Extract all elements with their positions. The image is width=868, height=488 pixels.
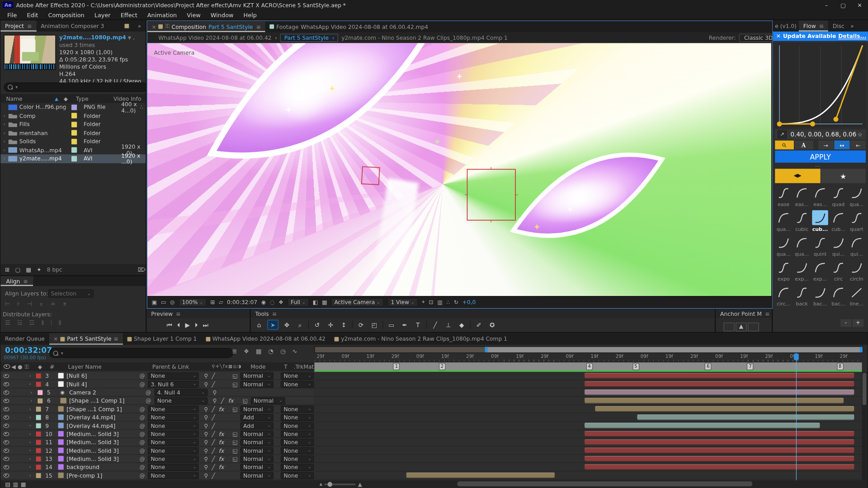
tab-animation-composer[interactable]: Animation Composer 3 <box>36 20 108 31</box>
fx-switch-icon[interactable]: fx <box>217 439 226 445</box>
preset-bac[interactable]: bac... <box>830 285 847 307</box>
layer-name[interactable]: [Medium... Solid 3] <box>66 447 139 453</box>
layer-name[interactable]: [Shape ...1 Comp 1] <box>66 406 139 412</box>
parent-select[interactable]: None⌄ <box>148 464 199 471</box>
comp-marker-4[interactable]: 4 <box>586 363 593 370</box>
mode-select[interactable]: Normal⌄ <box>241 455 274 462</box>
tool-clone-stamp[interactable]: ⊥ <box>443 320 453 329</box>
preset-expo[interactable]: expo <box>775 260 792 282</box>
layer-bar-11[interactable] <box>585 439 854 445</box>
expand-arrow-icon[interactable]: › <box>29 440 36 445</box>
interpret-footage-icon[interactable]: ⊞ <box>5 267 9 272</box>
marker-band[interactable]: 1245678 <box>315 362 862 372</box>
quality-switch-icon[interactable]: ╱ <box>210 464 217 470</box>
lock-icon[interactable]: ⚿ <box>165 23 169 30</box>
mode-select[interactable]: Normal⌄ <box>251 397 285 404</box>
threed-switch-icon[interactable]: ◱ <box>232 431 238 436</box>
visibility-eye-icon[interactable] <box>4 390 9 394</box>
visibility-eye-icon[interactable] <box>4 457 9 461</box>
align-right-icon[interactable]: ⊣ <box>27 300 32 308</box>
align-to-select[interactable]: Selection⌄ <box>48 289 94 297</box>
preset-qua[interactable]: qua... <box>793 235 811 257</box>
trkmat-select[interactable]: None⌄ <box>281 430 314 437</box>
header-mode[interactable]: Mode <box>250 363 284 369</box>
label-chip[interactable] <box>71 156 77 161</box>
tool-pan-camera[interactable]: ✛ <box>326 320 335 329</box>
layer-bar-4[interactable] <box>585 381 854 387</box>
dist-right-icon[interactable]: ⦀ <box>59 319 61 327</box>
expand-arrow-icon[interactable]: › <box>29 381 36 386</box>
align-h-center-icon[interactable]: ⊦ <box>17 300 20 308</box>
dist-left-icon[interactable]: ⦀ <box>41 319 44 327</box>
draft-3d-icon[interactable]: ❖ <box>244 348 249 355</box>
comp-marker-2[interactable]: 2 <box>439 363 445 370</box>
layer-lane-6[interactable] <box>315 397 862 405</box>
timeline-zoom-slider[interactable] <box>325 483 356 485</box>
preview-filename[interactable]: y2mate....1080p.mp4 <box>59 34 126 40</box>
tab-footage[interactable]: Footage WhatsApp Video 2024-08-08 at 06.… <box>265 21 433 32</box>
comp-marker-1[interactable]: 1 <box>393 363 400 370</box>
motion-blur-icon[interactable]: ◔ <box>268 348 274 355</box>
layer-row-14[interactable]: ›14background@None⌄⚲╱fxNormal⌄None⌄ <box>0 463 314 471</box>
fx-switch-icon[interactable]: fx <box>217 455 226 461</box>
visibility-eye-icon[interactable] <box>4 465 9 469</box>
mode-select[interactable]: Add⌄ <box>241 413 274 421</box>
pickwhip-icon[interactable]: @ <box>146 389 155 395</box>
layer-row-5[interactable]: ›5◉Camera 2@4. Null 4⌄⚲ <box>0 389 314 397</box>
menu-composition[interactable]: Composition <box>43 11 89 18</box>
guides-icon[interactable]: ⊞ <box>210 299 215 305</box>
expand-arrow-icon[interactable]: › <box>0 148 8 153</box>
crumb-whatsapp[interactable]: WhatsApp Video 2024-08-08 at 06.00.42 <box>158 35 271 41</box>
exposure-icon[interactable]: ⊡ <box>429 299 433 305</box>
quality-switch-icon[interactable]: ╱ <box>210 447 217 453</box>
parent-select[interactable]: 4. Null 4⌄ <box>155 389 208 396</box>
quality-switch-icon[interactable]: ╱ <box>210 455 217 461</box>
visibility-eye-icon[interactable] <box>4 407 9 411</box>
flow-curve-editor[interactable] <box>775 43 866 127</box>
preset-eas[interactable]: eas... <box>811 185 829 207</box>
quality-switch-icon[interactable]: ╱ <box>210 472 217 478</box>
expand-arrow-icon[interactable]: › <box>29 431 36 436</box>
preset-bac[interactable]: bac... <box>811 285 829 307</box>
ease-both-button[interactable]: ↔ <box>834 141 849 150</box>
anchor-grid-button[interactable] <box>723 323 734 332</box>
menu-layer[interactable]: Layer <box>90 11 116 18</box>
flowchart-icon[interactable]: ∴ <box>446 299 450 305</box>
timeline-search-input[interactable]: ▾ <box>49 348 233 358</box>
prev-frame-button[interactable]: ⏴ <box>177 321 180 328</box>
current-timecode[interactable]: 0:00:32:07 <box>5 346 52 355</box>
mode-select[interactable]: Normal⌄ <box>241 472 274 479</box>
label-chip[interactable] <box>71 122 77 127</box>
trkmat-select[interactable]: None⌄ <box>281 422 314 429</box>
vertical-scrollbar[interactable] <box>862 372 867 480</box>
comp-marker-6[interactable]: 6 <box>705 363 712 370</box>
visibility-eye-icon[interactable] <box>4 374 9 378</box>
magnification-select[interactable]: 100%⌄ <box>179 298 207 306</box>
preset-circ[interactable]: circ... <box>775 285 792 307</box>
label-chip[interactable] <box>36 406 41 411</box>
header-t[interactable]: T <box>284 363 293 369</box>
transform-switch-icon[interactable]: ⚲ <box>202 439 209 445</box>
preset-ease[interactable]: ease <box>775 185 792 207</box>
layer-lane-4[interactable] <box>315 380 862 388</box>
more-panels-icon[interactable]: » <box>133 20 146 31</box>
tool-pen[interactable]: ✒ <box>400 320 410 329</box>
quality-switch-icon[interactable]: ╱ <box>210 381 217 387</box>
timeline-tab[interactable]: Shape Layer 1 Comp 1 <box>123 333 202 345</box>
layer-row-9[interactable]: ›9[Overlay 44.mp4]@None⌄⚲╱Add⌄None⌄ <box>0 422 314 430</box>
tool-rectangle[interactable]: ▭ <box>387 320 396 329</box>
tab-composition[interactable]: × ⚿ Composition Part 5 SantStyle ≡ <box>147 21 265 32</box>
update-banner[interactable]: ✕ Update Available Details... <box>773 32 868 41</box>
expand-arrow-icon[interactable]: › <box>29 473 36 478</box>
footage-thumbnail[interactable] <box>4 35 56 65</box>
quality-switch-icon[interactable]: ╱ <box>210 431 217 436</box>
composition-viewport[interactable]: Active Camera <box>147 43 771 296</box>
timeline-tab[interactable]: WhatsApp Video 2024-08-08 at 06.00.42 <box>201 333 330 345</box>
label-chip[interactable] <box>36 381 41 386</box>
tool-eraser[interactable]: ◆ <box>457 320 467 329</box>
zoom-in-button[interactable]: + <box>853 319 863 327</box>
parent-select[interactable]: None⌄ <box>155 397 208 404</box>
text-mode-button[interactable]: A <box>794 141 813 150</box>
trkmat-select[interactable]: None⌄ <box>281 380 314 388</box>
apply-button[interactable]: APPLY <box>775 150 866 163</box>
